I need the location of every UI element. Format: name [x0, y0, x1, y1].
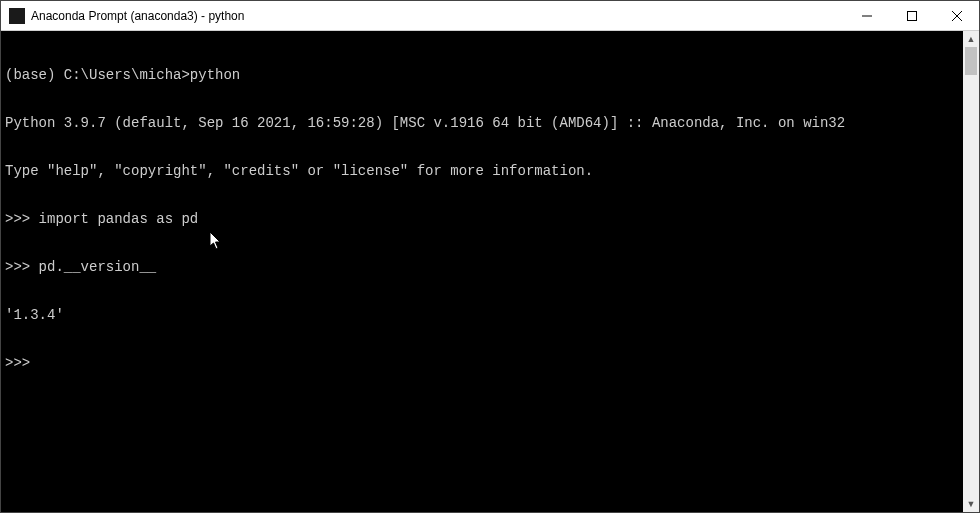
maximize-button[interactable] — [889, 1, 934, 30]
window-controls — [844, 1, 979, 30]
terminal[interactable]: (base) C:\Users\micha>python Python 3.9.… — [1, 31, 963, 512]
terminal-line: Python 3.9.7 (default, Sep 16 2021, 16:5… — [5, 115, 959, 131]
terminal-line: Type "help", "copyright", "credits" or "… — [5, 163, 959, 179]
scroll-down-arrow-icon[interactable]: ▼ — [963, 496, 979, 512]
maximize-icon — [907, 11, 917, 21]
minimize-button[interactable] — [844, 1, 889, 30]
terminal-app-icon — [9, 8, 25, 24]
close-icon — [952, 11, 962, 21]
window-title: Anaconda Prompt (anaconda3) - python — [31, 9, 244, 23]
scroll-track[interactable] — [963, 47, 979, 496]
scroll-thumb[interactable] — [965, 47, 977, 75]
svg-rect-1 — [907, 11, 916, 20]
window: Anaconda Prompt (anaconda3) - python (ba… — [1, 1, 979, 512]
vertical-scrollbar[interactable]: ▲ ▼ — [963, 31, 979, 512]
terminal-line: (base) C:\Users\micha>python — [5, 67, 959, 83]
terminal-line: >>> — [5, 355, 959, 371]
terminal-line: >>> pd.__version__ — [5, 259, 959, 275]
scroll-up-arrow-icon[interactable]: ▲ — [963, 31, 979, 47]
terminal-line: '1.3.4' — [5, 307, 959, 323]
minimize-icon — [862, 11, 872, 21]
close-button[interactable] — [934, 1, 979, 30]
titlebar[interactable]: Anaconda Prompt (anaconda3) - python — [1, 1, 979, 31]
terminal-container: (base) C:\Users\micha>python Python 3.9.… — [1, 31, 979, 512]
terminal-line: >>> import pandas as pd — [5, 211, 959, 227]
